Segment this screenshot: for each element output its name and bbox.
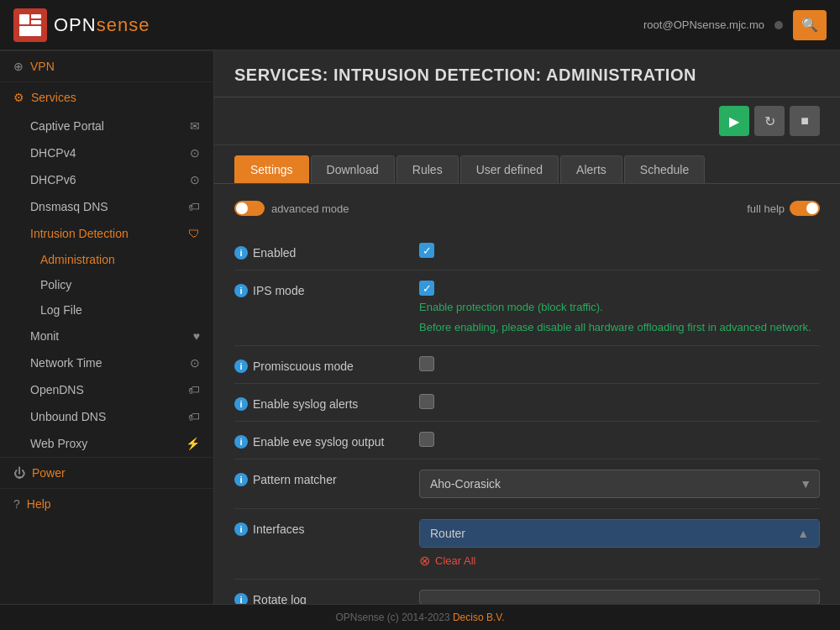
advanced-mode-label: advanced mode — [271, 202, 349, 215]
sidebar-sub-web-proxy[interactable]: Web Proxy ⚡ — [0, 430, 213, 457]
tab-schedule[interactable]: Schedule — [624, 155, 705, 183]
refresh-button[interactable]: ↻ — [754, 106, 785, 136]
syslog-alerts-label-area: i Enable syslog alerts — [234, 394, 419, 411]
eve-syslog-info-icon[interactable]: i — [234, 435, 248, 449]
services-gear-icon: ⚙ — [13, 91, 24, 104]
pattern-matcher-select-wrapper: Aho-Corasick Hyperscan ▼ — [419, 470, 820, 498]
syslog-alerts-info-icon[interactable]: i — [234, 397, 248, 411]
syslog-alerts-label: Enable syslog alerts — [253, 397, 358, 411]
dnsmasq-icon: 🏷 — [188, 200, 200, 213]
sidebar-sub-log-file[interactable]: Log File — [0, 297, 213, 323]
page-title: SERVICES: INTRUSION DETECTION: ADMINISTR… — [234, 66, 820, 85]
toolbar: ▶ ↻ ■ — [214, 97, 840, 145]
sidebar-item-vpn[interactable]: ⊕ VPN — [0, 50, 213, 81]
ips-mode-checkbox[interactable]: ✓ — [419, 281, 434, 296]
syslog-alerts-checkbox[interactable] — [419, 394, 434, 409]
clear-all-button[interactable]: ⊗ Clear All — [419, 553, 820, 569]
help-label: Help — [27, 497, 51, 511]
promiscuous-info-icon[interactable]: i — [234, 360, 248, 373]
unbound-dns-label: Unbound DNS — [30, 410, 106, 423]
interfaces-control: Router ▲ ⊗ Clear All — [419, 519, 820, 569]
sidebar-sub-monit[interactable]: Monit ♥ — [0, 323, 213, 349]
rotate-log-input[interactable] — [419, 590, 820, 605]
sidebar-sub-captive-portal[interactable]: Captive Portal ✉ — [0, 113, 213, 139]
interfaces-label: Interfaces — [253, 522, 304, 536]
footer: OPNsense (c) 2014-2023 Deciso B.V. — [0, 604, 840, 630]
mode-bar: advanced mode full help — [234, 201, 820, 216]
tab-rules[interactable]: Rules — [396, 155, 459, 183]
logo-text: OPNsense — [54, 14, 150, 36]
sidebar-sub-administration[interactable]: Administration — [0, 247, 213, 272]
sidebar-item-services[interactable]: ⚙ Services — [0, 81, 213, 113]
tab-settings-label: Settings — [250, 163, 293, 176]
interfaces-info-icon[interactable]: i — [234, 522, 248, 536]
interface-router-item[interactable]: Router ▲ — [420, 520, 819, 547]
pattern-matcher-select[interactable]: Aho-Corasick Hyperscan — [419, 470, 820, 498]
ips-mode-label-area: i IPS mode — [234, 281, 419, 297]
svg-rect-2 — [31, 20, 41, 24]
sidebar-sub-opendns[interactable]: OpenDNS 🏷 — [0, 376, 213, 403]
tab-user-defined[interactable]: User defined — [460, 155, 559, 183]
tab-download[interactable]: Download — [311, 155, 395, 183]
header: OPNsense root@OPNsense.mjc.mo 🔍 — [0, 0, 840, 50]
interfaces-arrow-icon: ▲ — [797, 527, 809, 540]
tab-user-defined-label: User defined — [476, 163, 543, 176]
sidebar-sub-network-time[interactable]: Network Time ⊙ — [0, 349, 213, 376]
header-center: root@OPNsense.mjc.mo 🔍 — [643, 10, 827, 40]
ips-mode-label: IPS mode — [253, 284, 304, 297]
sidebar-sub-dhcpv4[interactable]: DHCPv4 ⊙ — [0, 139, 213, 166]
sidebar-sub-unbound-dns[interactable]: Unbound DNS 🏷 — [0, 403, 213, 430]
eve-syslog-checkbox[interactable] — [419, 432, 434, 447]
eve-syslog-label: Enable eve syslog output — [253, 435, 384, 449]
captive-portal-label: Captive Portal — [30, 119, 104, 133]
monit-label: Monit — [30, 329, 59, 343]
sidebar-item-help[interactable]: ? Help — [0, 488, 213, 519]
tabs-bar: Settings Download Rules User defined Ale… — [214, 145, 840, 184]
interface-router-label: Router — [430, 527, 465, 540]
power-label: Power — [32, 466, 66, 480]
eve-syslog-label-area: i Enable eve syslog output — [234, 432, 419, 449]
promiscuous-label: Promiscuous mode — [253, 360, 354, 373]
captive-portal-icon: ✉ — [190, 119, 200, 133]
sidebar-item-power[interactable]: ⏻ Power — [0, 457, 213, 488]
tab-alerts[interactable]: Alerts — [560, 155, 622, 183]
syslog-alerts-row: i Enable syslog alerts — [234, 384, 820, 422]
eve-syslog-control — [419, 432, 820, 447]
full-help-toggle[interactable]: full help — [747, 201, 820, 216]
tab-schedule-label: Schedule — [640, 163, 689, 176]
dnsmasq-label: Dnsmasq DNS — [30, 200, 108, 213]
sidebar-sub-dhcpv6[interactable]: DHCPv6 ⊙ — [0, 166, 213, 193]
stop-button[interactable]: ■ — [790, 106, 820, 136]
policy-label: Policy — [40, 278, 71, 291]
sidebar-sub-intrusion-detection[interactable]: Intrusion Detection 🛡 — [0, 220, 213, 247]
enabled-info-icon[interactable]: i — [234, 246, 248, 260]
tab-rules-label: Rules — [412, 163, 443, 176]
promiscuous-checkbox[interactable] — [419, 356, 434, 371]
play-button[interactable]: ▶ — [719, 106, 749, 136]
refresh-icon: ↻ — [764, 113, 775, 129]
eve-syslog-row: i Enable eve syslog output — [234, 422, 820, 459]
search-button[interactable]: 🔍 — [793, 10, 827, 40]
administration-label: Administration — [40, 253, 115, 266]
stop-icon: ■ — [801, 113, 809, 129]
enabled-checkbox[interactable]: ✓ — [419, 243, 434, 258]
sidebar-sub-dnsmasq[interactable]: Dnsmasq DNS 🏷 — [0, 193, 213, 220]
search-icon: 🔍 — [801, 17, 818, 33]
full-help-switch[interactable] — [790, 201, 820, 216]
help-icon: ? — [13, 497, 20, 511]
pattern-matcher-info-icon[interactable]: i — [234, 473, 248, 486]
dhcpv4-label: DHCPv4 — [30, 146, 76, 160]
tab-settings[interactable]: Settings — [234, 155, 309, 183]
footer-text: OPNsense (c) 2014-2023 — [336, 612, 453, 623]
advanced-mode-toggle[interactable]: advanced mode — [234, 201, 349, 216]
sidebar-sub-policy[interactable]: Policy — [0, 272, 213, 297]
footer-link[interactable]: Deciso B.V. — [453, 612, 505, 623]
advanced-mode-switch[interactable] — [234, 201, 265, 216]
tab-alerts-label: Alerts — [576, 163, 606, 176]
pattern-matcher-row: i Pattern matcher Aho-Corasick Hyperscan… — [234, 459, 820, 509]
opendns-label: OpenDNS — [30, 383, 84, 396]
logo: OPNsense — [13, 8, 150, 42]
play-icon: ▶ — [729, 113, 739, 129]
ips-mode-info-icon[interactable]: i — [234, 284, 248, 297]
pattern-matcher-label: Pattern matcher — [253, 473, 337, 486]
